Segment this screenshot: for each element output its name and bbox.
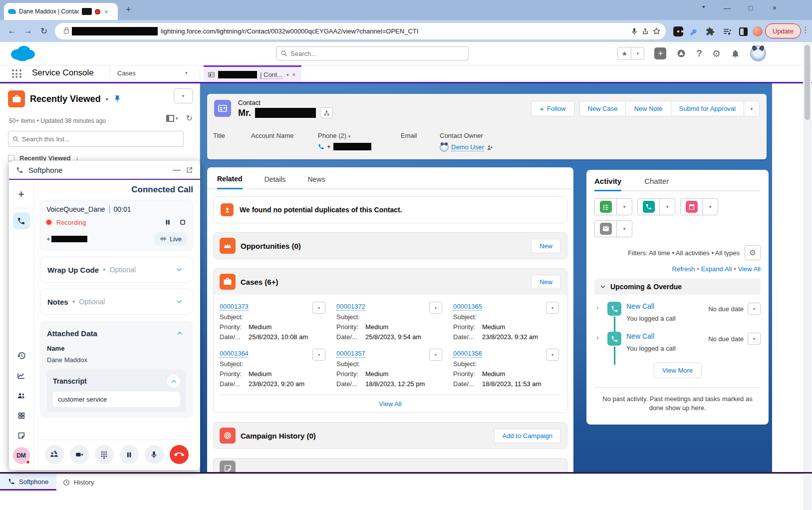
browser-tab[interactable]: Dane Maddox | Contact | Sal × [4, 3, 118, 20]
help-icon[interactable]: ? [696, 48, 702, 59]
expand-chevron-icon[interactable] [173, 295, 186, 308]
upcoming-overdue-header[interactable]: Upcoming & Overdue [594, 279, 761, 295]
expand-chevron-icon[interactable]: › [596, 304, 598, 311]
nav-tab-cases[interactable]: Cases [117, 69, 136, 77]
global-search[interactable] [276, 46, 469, 60]
case-number-link[interactable]: 00001365 [453, 303, 482, 311]
new-event-button[interactable] [681, 199, 703, 215]
change-owner-icon[interactable] [487, 144, 493, 151]
collapse-chevron-icon[interactable] [167, 375, 180, 388]
transfer-call-button[interactable] [45, 445, 64, 464]
log-call-button[interactable] [638, 199, 660, 215]
favorites-dropdown-icon[interactable]: ▾ [631, 47, 644, 59]
share-icon[interactable] [641, 27, 649, 35]
case-number-link[interactable]: 00001364 [220, 350, 249, 358]
bookmark-star-icon[interactable] [652, 27, 661, 35]
cases-dropdown-icon[interactable]: ▾ [185, 70, 188, 75]
collapse-chevron-icon[interactable] [173, 327, 186, 340]
submit-for-approval-button[interactable]: Submit for Approval [671, 101, 744, 116]
mic-icon[interactable] [630, 27, 638, 35]
display-as-icon[interactable]: ▾ [166, 115, 178, 122]
call-dropdown-icon[interactable]: ▾ [660, 199, 675, 215]
new-tab-button[interactable]: + [126, 4, 131, 15]
list-view-title[interactable]: Recently Viewed [30, 94, 101, 104]
refresh-list-icon[interactable]: ↻ [186, 113, 193, 123]
cases-title[interactable]: Cases (6+) [241, 278, 526, 286]
view-more-button[interactable]: View More [654, 363, 702, 378]
window-maximize-button[interactable]: □ [743, 4, 758, 12]
app-launcher-icon[interactable] [12, 69, 22, 78]
extensions-puzzle-icon[interactable] [704, 25, 717, 38]
phone-dropdown-icon[interactable]: ▾ [348, 134, 351, 139]
reading-list-icon[interactable] [721, 25, 734, 38]
case-actions-dropdown[interactable]: ▾ [546, 302, 559, 314]
task-title-link[interactable]: New Call [626, 332, 654, 340]
tab-activity[interactable]: Activity [594, 177, 621, 191]
case-actions-dropdown[interactable]: ▾ [312, 302, 325, 314]
tab-close-icon[interactable]: × [104, 8, 108, 15]
window-minimize-button[interactable]: — [720, 4, 735, 12]
list-actions-button[interactable]: ▾ [174, 88, 193, 103]
list-search-input[interactable] [22, 135, 179, 143]
user-avatar[interactable] [750, 45, 766, 61]
switch-device-button[interactable] [70, 445, 89, 464]
utility-softphone-tab[interactable]: Softphone [0, 474, 56, 491]
email-button[interactable] [595, 221, 617, 237]
page-scrollbar[interactable] [803, 42, 812, 510]
tab-details[interactable]: Details [265, 175, 286, 188]
list-search[interactable] [8, 131, 184, 147]
tab-dropdown-icon[interactable]: ▾ [286, 72, 289, 77]
dialpad-button[interactable] [95, 445, 114, 464]
stop-recording-icon[interactable] [179, 218, 187, 226]
tab-search-icon[interactable]: ▾ [696, 4, 711, 9]
notes-icon[interactable] [13, 427, 30, 444]
back-button[interactable]: ← [4, 26, 20, 36]
window-close-button[interactable]: × [767, 4, 782, 12]
refresh-link[interactable]: Refresh [672, 265, 695, 273]
hold-call-button[interactable] [120, 445, 139, 464]
event-dropdown-icon[interactable]: ▾ [703, 199, 718, 215]
new-call-plus-icon[interactable]: + [13, 186, 30, 203]
add-to-campaign-button[interactable]: Add to Campaign [494, 429, 561, 443]
extension-key-icon[interactable] [688, 25, 701, 38]
case-actions-dropdown[interactable]: ▾ [429, 302, 442, 314]
analytics-icon[interactable] [13, 367, 30, 384]
follow-button[interactable]: +Follow [531, 101, 574, 116]
end-call-button[interactable] [170, 445, 189, 464]
global-search-input[interactable] [290, 50, 464, 57]
case-actions-dropdown[interactable]: ▾ [429, 349, 442, 361]
workspace-tab-contact[interactable]: | Cont... ▾ × [204, 65, 301, 82]
tab-news[interactable]: News [307, 175, 325, 188]
opportunities-title[interactable]: Opportunities (0) [241, 242, 526, 250]
setup-gear-icon[interactable]: ⚙ [712, 48, 721, 59]
task-actions-dropdown[interactable]: ▾ [748, 333, 761, 345]
case-number-link[interactable]: 00001357 [336, 350, 365, 358]
agent-avatar[interactable]: DM [13, 447, 30, 464]
task-title-link[interactable]: New Call [626, 302, 654, 310]
list-view-dropdown-icon[interactable]: ▾ [106, 96, 108, 102]
mute-mic-button[interactable] [145, 445, 164, 464]
case-actions-dropdown[interactable]: ▾ [312, 349, 325, 361]
task-actions-dropdown[interactable]: ▾ [748, 303, 761, 315]
global-actions-icon[interactable]: + [654, 47, 666, 59]
new-opportunity-button[interactable]: New [531, 239, 561, 253]
case-number-link[interactable]: 00001373 [220, 303, 249, 311]
trailhead-help-icon[interactable] [676, 48, 686, 58]
forward-button[interactable]: → [20, 26, 36, 36]
tab-close-icon[interactable]: × [292, 71, 296, 78]
case-number-link[interactable]: 00001372 [336, 303, 365, 311]
expand-chevron-icon[interactable]: › [596, 334, 598, 341]
minimize-icon[interactable]: — [173, 165, 181, 174]
active-call-phone-icon[interactable] [13, 212, 30, 229]
new-case-button[interactable]: New [531, 275, 561, 289]
task-dropdown-icon[interactable]: ▾ [617, 199, 632, 215]
view-all-link[interactable]: View All [738, 265, 761, 273]
more-actions-dropdown[interactable]: ▾ [744, 101, 760, 116]
scrollbar-thumb[interactable] [805, 45, 810, 120]
profile-avatar-icon[interactable] [751, 25, 764, 38]
new-task-button[interactable] [595, 199, 617, 215]
pin-icon[interactable] [113, 95, 121, 103]
live-transcription-badge[interactable]: Live [155, 232, 187, 245]
activity-settings-gear-icon[interactable]: ⚙ [745, 245, 761, 260]
notifications-bell-icon[interactable] [731, 49, 740, 58]
